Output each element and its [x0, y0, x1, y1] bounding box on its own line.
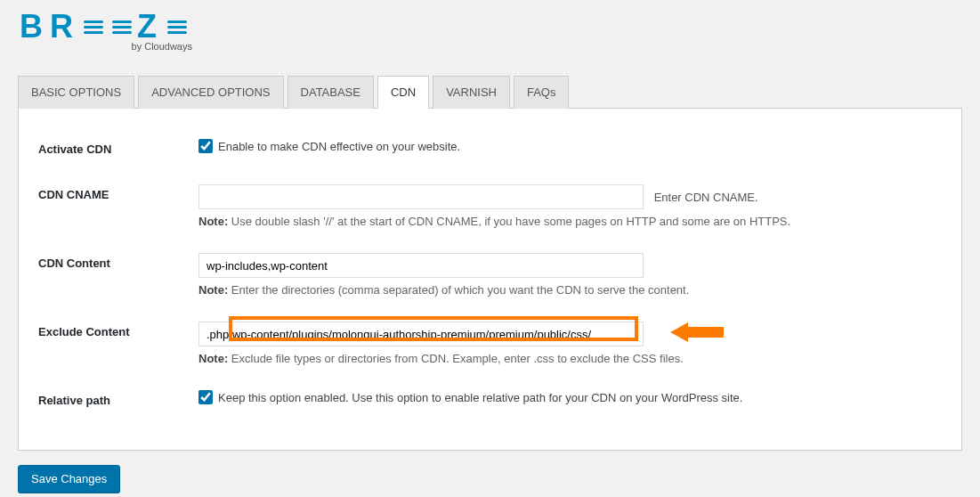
relative-path-checkbox[interactable] — [198, 390, 213, 404]
activate-cdn-desc: Enable to make CDN effective on your web… — [218, 140, 460, 153]
exclude-content-input[interactable] — [198, 322, 644, 346]
exclude-content-note: Exclude file types or directories from C… — [231, 352, 684, 365]
label-cdn-cname: CDN CNAME — [38, 172, 198, 240]
note-label: Note: — [198, 215, 228, 228]
arrow-icon — [670, 320, 724, 345]
cdn-settings-panel: Activate CDN Enable to make CDN effectiv… — [18, 109, 962, 451]
logo-letter: Z — [137, 11, 162, 43]
cdn-cname-after: Enter CDN CNAME. — [654, 191, 758, 204]
cdn-content-note: Enter the directories (comma separated) … — [231, 283, 689, 297]
tab-advanced-options[interactable]: ADVANCED OPTIONS — [138, 76, 283, 109]
tab-faqs[interactable]: FAQs — [514, 76, 570, 109]
label-cdn-content: CDN Content — [38, 240, 198, 309]
label-activate-cdn: Activate CDN — [38, 126, 198, 172]
activate-cdn-checkbox[interactable] — [198, 139, 213, 153]
label-exclude-content: Exclude Content — [38, 309, 198, 378]
note-label: Note: — [198, 352, 228, 365]
cdn-cname-input[interactable] — [198, 184, 644, 209]
logo-wave-icon — [112, 20, 132, 34]
settings-tabs: BASIC OPTIONS ADVANCED OPTIONS DATABASE … — [18, 75, 962, 109]
logo-letter: B — [20, 11, 48, 43]
cdn-content-input[interactable] — [198, 253, 644, 278]
tab-basic-options[interactable]: BASIC OPTIONS — [18, 76, 134, 109]
tab-cdn[interactable]: CDN — [377, 76, 429, 109]
save-changes-button[interactable]: Save Changes — [18, 465, 120, 493]
logo-wave-icon — [167, 20, 187, 34]
logo-wave-icon — [84, 20, 103, 34]
svg-marker-0 — [670, 322, 724, 342]
breeze-logo: B R Z by Cloudways — [18, 0, 962, 59]
cdn-cname-note: Use double slash '//' at the start of CD… — [231, 215, 790, 228]
note-label: Note: — [198, 283, 228, 297]
relative-path-desc: Keep this option enabled. Use this optio… — [218, 391, 742, 404]
tab-varnish[interactable]: VARNISH — [433, 76, 510, 109]
tab-database[interactable]: DATABASE — [288, 76, 374, 109]
logo-letter: R — [50, 11, 78, 43]
label-relative-path: Relative path — [38, 378, 198, 423]
